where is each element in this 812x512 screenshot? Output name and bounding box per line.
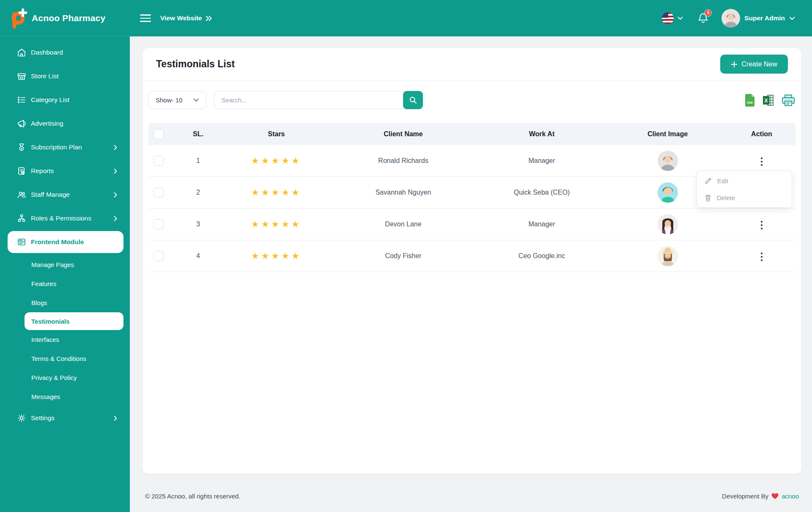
sidebar-subitem-interfaces[interactable]: Interfaces	[0, 330, 130, 349]
cell-work-at: Manager	[476, 157, 607, 165]
sidebar-subitem-label: Interfaces	[31, 336, 59, 343]
sidebar-subitem-testimonials[interactable]: Testimonials	[25, 312, 123, 330]
chevron-right-icon	[114, 145, 117, 150]
testimonials-card: Testimonials List Create New Show- 10	[143, 48, 801, 474]
pencil-icon	[705, 177, 712, 184]
chevron-down-icon	[789, 17, 795, 20]
sidebar-subitem-terms-conditions[interactable]: Terms & Conditions	[0, 349, 130, 368]
chevron-down-icon	[678, 17, 683, 20]
client-avatar	[658, 214, 678, 234]
sidebar-item-store-list[interactable]: Store List	[0, 64, 130, 88]
table-row: 3 ★★★★★ Devon Lane Manager	[148, 209, 796, 240]
star-rating: ★★★★★	[222, 187, 330, 198]
sidebar-subitem-manage-pages[interactable]: Manage Pages	[0, 255, 130, 274]
cell-client-name: Savannah Nguyen	[330, 189, 476, 196]
client-avatar	[658, 151, 678, 171]
brand-logo[interactable]: Acnoo Pharmacy	[0, 0, 130, 36]
chevron-right-icon	[114, 416, 117, 421]
development-by-text: Development By	[722, 493, 768, 500]
sidebar-item-dashboard[interactable]: Dashboard	[0, 41, 130, 64]
row-actions-kebab-button[interactable]	[758, 155, 765, 169]
copyright-text: © 2025 Acnoo, all rights reserved.	[145, 493, 240, 500]
row-actions-kebab-button[interactable]	[758, 218, 765, 232]
sidebar-item-roles-permissions[interactable]: Roles & Permissions	[0, 206, 130, 230]
sidebar-item-label: Reports	[31, 167, 54, 175]
brand-name: Acnoo Pharmacy	[32, 13, 105, 23]
sidebar-item-label: Store List	[31, 72, 58, 80]
gear-icon	[17, 413, 26, 423]
star-rating: ★★★★★	[222, 251, 330, 261]
chevron-right-icon	[114, 168, 117, 174]
hamburger-menu-icon[interactable]	[140, 14, 151, 22]
roles-icon	[17, 214, 26, 223]
category-list-icon	[17, 95, 26, 105]
context-menu-delete[interactable]: Delete	[697, 189, 792, 206]
sidebar-item-label: Roles & Permissions	[31, 215, 91, 222]
star-rating: ★★★★★	[222, 156, 330, 166]
sidebar-subitem-label: Features	[31, 280, 56, 287]
cell-sl: 4	[174, 252, 222, 260]
chevron-right-icon	[114, 192, 117, 198]
frontend-submenu: Manage Pages Features Blogs Testimonials…	[0, 254, 130, 406]
view-website-link[interactable]: View Website	[160, 14, 212, 22]
cell-client-name: Cody Fisher	[330, 252, 476, 260]
context-menu-edit[interactable]: Edit	[697, 172, 792, 189]
sidebar-item-reports[interactable]: Reports	[0, 159, 130, 183]
notification-count-badge: 0	[705, 9, 712, 17]
row-checkbox[interactable]	[154, 156, 164, 166]
sidebar-item-settings[interactable]: Settings	[0, 406, 130, 430]
export-csv-button[interactable]: csv	[744, 94, 756, 107]
table-row: 4 ★★★★★ Cody Fisher Ceo Google.inc	[148, 240, 796, 272]
double-arrow-icon	[206, 16, 212, 21]
export-excel-button[interactable]: X	[762, 94, 775, 107]
row-checkbox[interactable]	[154, 219, 164, 229]
medal-icon	[17, 143, 26, 152]
report-icon	[17, 166, 26, 176]
sidebar-item-staff-manage[interactable]: Staff Manage	[0, 183, 130, 206]
page-title: Testimonials List	[156, 58, 235, 70]
frontend-module-icon	[17, 237, 26, 247]
search-input[interactable]	[214, 91, 423, 109]
sidebar-subitem-privacy-policy[interactable]: Privacy & Policy	[0, 368, 130, 387]
trash-icon	[705, 194, 711, 201]
search-button[interactable]	[403, 91, 423, 109]
sidebar-item-label: Frontend Module	[31, 238, 84, 246]
language-selector[interactable]	[662, 12, 683, 24]
sidebar-subitem-label: Testimonials	[31, 318, 70, 325]
column-header-client-name: Client Name	[330, 130, 476, 138]
create-new-label: Create New	[741, 61, 777, 68]
create-new-button[interactable]: Create New	[720, 55, 788, 74]
sidebar-subitem-messages[interactable]: Messages	[0, 387, 130, 406]
sidebar-item-category-list[interactable]: Category List	[0, 88, 130, 112]
view-website-label: View Website	[160, 14, 202, 22]
column-header-action: Action	[728, 130, 796, 138]
sidebar-subitem-features[interactable]: Features	[0, 274, 130, 293]
sidebar: Acnoo Pharmacy Dashboard Store List Cate…	[0, 0, 130, 512]
show-entries-select[interactable]: Show- 10	[148, 91, 206, 109]
user-menu[interactable]: Super Admin	[721, 9, 795, 28]
sidebar-subitem-label: Terms & Conditions	[31, 355, 86, 362]
select-all-checkbox[interactable]	[154, 129, 164, 139]
row-checkbox[interactable]	[154, 187, 164, 198]
row-actions-kebab-button[interactable]	[758, 250, 765, 264]
topbar: View Website 0 Su	[130, 0, 812, 36]
notifications-button[interactable]: 0	[697, 12, 709, 25]
search-icon	[409, 96, 417, 104]
svg-text:csv: csv	[747, 100, 753, 105]
sidebar-item-label: Settings	[31, 414, 55, 422]
cell-sl: 1	[174, 157, 222, 165]
column-header-sl: SL.	[174, 130, 222, 138]
sidebar-item-advertising[interactable]: Advertising	[0, 112, 130, 135]
cell-work-at: Quick Seba (CEO)	[476, 189, 607, 196]
sidebar-item-frontend-module[interactable]: Frontend Module	[8, 231, 123, 253]
row-checkbox[interactable]	[154, 251, 164, 261]
sidebar-item-label: Staff Manage	[31, 191, 70, 198]
developer-brand-link[interactable]: acnoo	[782, 493, 799, 500]
client-avatar	[658, 182, 678, 203]
sidebar-subitem-label: Messages	[31, 393, 60, 400]
print-button[interactable]	[781, 94, 796, 107]
sidebar-subitem-blogs[interactable]: Blogs	[0, 293, 130, 312]
user-avatar	[721, 9, 740, 28]
plus-icon	[731, 61, 738, 68]
sidebar-item-subscription-plan[interactable]: Subscription Plan	[0, 135, 130, 159]
